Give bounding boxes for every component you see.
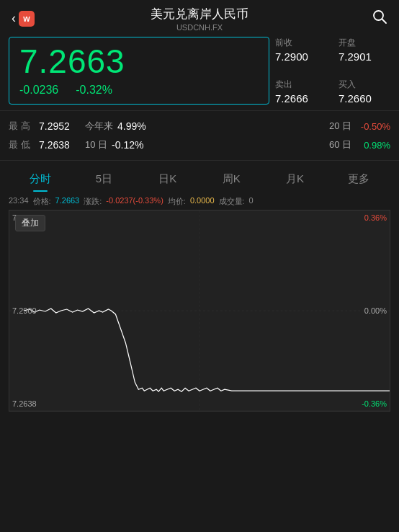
d20-value: -0.50% <box>354 121 390 132</box>
d60-value: 0.98% <box>354 140 390 151</box>
prev-close-label: 前收 <box>275 37 327 49</box>
price-info-row-bottom: 卖出 7.2666 买入 7.2660 <box>275 79 390 105</box>
chart-change-val: -0.0237(-0.33%) <box>106 196 163 207</box>
w-badge: w <box>19 11 35 27</box>
d10-label: 10 日 <box>85 138 107 151</box>
header-title: 美元兑离岸人民币 USDCNH.FX <box>151 6 248 32</box>
chart-vol-label: 成交量: <box>219 196 245 207</box>
buy-price: 买入 7.2660 <box>339 79 390 105</box>
chart-mid-left-price: 7.2900 <box>12 306 37 315</box>
high-value: 7.2952 <box>39 120 82 132</box>
d10-value: -0.12% <box>112 139 155 151</box>
chart-price-label: 价格: <box>33 196 51 207</box>
overlay-button[interactable]: 叠加 <box>15 215 45 231</box>
chart-bot-left-price: 7.2638 <box>12 399 37 408</box>
search-button[interactable] <box>372 9 387 28</box>
tab-5day[interactable]: 5日 <box>72 168 135 190</box>
price-change: -0.0236 -0.32% <box>19 84 259 97</box>
sell-price: 卖出 7.2666 <box>275 79 327 105</box>
sell-label: 卖出 <box>275 79 327 91</box>
open-label: 开盘 <box>339 37 390 49</box>
stats-row-high: 最 高 7.2952 今年来 4.99% 20 日 -0.50% <box>9 117 390 136</box>
chart-avg-label: 均价: <box>168 196 186 207</box>
buy-label: 买入 <box>339 79 390 91</box>
current-price: 7.2663 <box>19 45 259 78</box>
d60-label: 60 日 <box>329 138 351 151</box>
price-change-abs: -0.0236 <box>19 84 58 97</box>
tabs-section: 分时 5日 日K 周K 月K 更多 <box>0 160 399 193</box>
chart-time: 23:34 <box>9 196 29 207</box>
chart-price-val: 7.2663 <box>55 196 80 207</box>
back-button[interactable]: ‹ w <box>12 11 35 27</box>
tab-fenshi[interactable]: 分时 <box>9 168 72 190</box>
chart-info-bar: 23:34 价格:7.2663 涨跌:-0.0237(-0.33%) 均价:0.… <box>0 193 399 210</box>
stats-row-low: 最 低 7.2638 10 日 -0.12% 60 日 0.98% <box>9 136 390 154</box>
header: ‹ w 美元兑离岸人民币 USDCNH.FX <box>0 0 399 31</box>
chart-bot-right-pct: -0.36% <box>362 399 387 408</box>
ytd-value: 4.99% <box>117 120 161 132</box>
page-subtitle: USDCNH.FX <box>151 23 248 32</box>
price-info-row-top: 前收 7.2900 开盘 7.2901 <box>275 37 390 63</box>
high-label: 最 高 <box>9 120 35 133</box>
chart-vol-val: 0 <box>249 196 254 207</box>
price-chart <box>9 210 390 411</box>
svg-line-1 <box>382 19 387 24</box>
ytd-label: 今年来 <box>85 120 113 133</box>
tab-monthk[interactable]: 月K <box>263 168 326 190</box>
open-value: 7.2901 <box>339 50 390 63</box>
price-info: 前收 7.2900 开盘 7.2901 卖出 7.2666 买入 7.2660 <box>275 37 390 105</box>
tab-weekk[interactable]: 周K <box>200 168 263 190</box>
stats-section: 最 高 7.2952 今年来 4.99% 20 日 -0.50% 最 低 7.2… <box>0 110 399 160</box>
chart-container[interactable]: 叠加 7.3162 7.2900 7.2638 0.36% 0.00% -0.3… <box>9 210 390 412</box>
chart-change-label: 涨跌: <box>84 196 102 207</box>
tab-more[interactable]: 更多 <box>327 168 390 190</box>
tab-dayk[interactable]: 日K <box>136 168 200 190</box>
back-arrow-icon: ‹ <box>12 11 16 26</box>
prev-close-value: 7.2900 <box>275 50 327 63</box>
open-price: 开盘 7.2901 <box>339 37 390 63</box>
price-section: 7.2663 -0.0236 -0.32% 前收 7.2900 开盘 7.290… <box>0 31 399 110</box>
sell-value: 7.2666 <box>275 92 327 105</box>
price-change-pct: -0.32% <box>76 84 112 97</box>
page-title: 美元兑离岸人民币 <box>151 6 248 22</box>
chart-top-right-pct: 0.36% <box>364 213 387 222</box>
d20-stat: 20 日 -0.50% <box>329 120 390 133</box>
buy-value: 7.2660 <box>339 92 390 105</box>
prev-close: 前收 7.2900 <box>275 37 327 63</box>
chart-mid-right-pct: 0.00% <box>364 306 387 315</box>
low-value: 7.2638 <box>39 139 82 151</box>
price-box: 7.2663 -0.0236 -0.32% <box>9 37 269 105</box>
low-label: 最 低 <box>9 138 35 151</box>
d20-label: 20 日 <box>329 120 351 133</box>
chart-avg-val: 0.0000 <box>190 196 215 207</box>
d60-stat: 60 日 0.98% <box>329 138 390 151</box>
